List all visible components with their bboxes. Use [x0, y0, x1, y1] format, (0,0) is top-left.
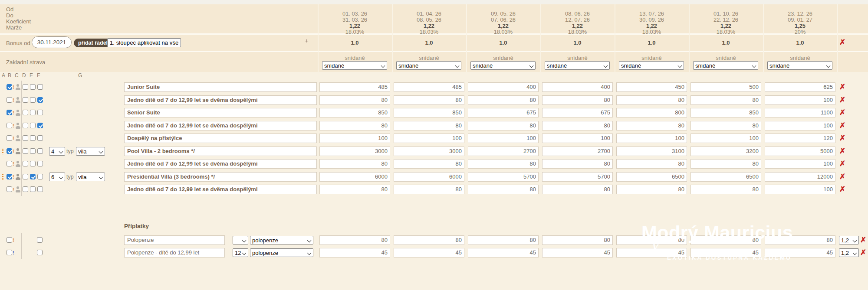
bonus-date-input[interactable]: 30.11.2021	[32, 36, 72, 48]
surcharge-count-select[interactable]: 12	[233, 248, 248, 257]
price-input[interactable]: 5000	[765, 147, 835, 156]
price-input[interactable]: 675	[542, 108, 613, 117]
meal-select[interactable]: snídaně	[545, 61, 610, 70]
apply-first-column-button[interactable]: 1. sloupec aplikovat na vše	[107, 38, 181, 47]
price-input[interactable]: 80	[616, 121, 687, 130]
price-input[interactable]: 80	[542, 121, 613, 130]
surcharge-price-input[interactable]: 80	[468, 235, 539, 245]
price-input[interactable]: 80	[690, 185, 761, 194]
flag-e-checkbox[interactable]	[30, 110, 36, 115]
price-input[interactable]: 12000	[765, 172, 835, 182]
price-input[interactable]: 1100	[765, 108, 835, 117]
price-input[interactable]: 80	[542, 159, 613, 169]
price-input[interactable]: 100	[765, 159, 835, 169]
delete-row-icon[interactable]: ✗	[839, 83, 845, 91]
price-input[interactable]: 80	[319, 121, 390, 130]
surcharge-price-input[interactable]: 45	[394, 248, 464, 257]
surcharge-name-field[interactable]: Polopenze - dítě do 12,99 let	[124, 248, 225, 257]
flag-b-checkbox[interactable]	[7, 84, 12, 90]
price-input[interactable]: 6500	[616, 172, 687, 182]
price-input[interactable]: 400	[542, 82, 613, 92]
flag-e-checkbox[interactable]	[30, 148, 36, 154]
meal-select[interactable]: snídaně	[396, 61, 461, 70]
flag-e-checkbox[interactable]	[30, 123, 36, 128]
flag-f-checkbox[interactable]	[37, 161, 43, 166]
delete-row-icon[interactable]: ✗	[839, 121, 845, 130]
flag-e-checkbox[interactable]	[30, 135, 36, 141]
surcharge-factor-select[interactable]: 1,2	[839, 248, 859, 257]
price-input[interactable]: 80	[394, 95, 464, 105]
capacity-select[interactable]: 4	[49, 147, 65, 156]
price-input[interactable]: 3000	[394, 147, 464, 156]
flag-f-checkbox[interactable]	[37, 174, 43, 179]
flag-b-checkbox[interactable]	[7, 148, 12, 154]
surcharge-price-input[interactable]: 45	[468, 248, 539, 257]
price-input[interactable]: 100	[468, 134, 539, 143]
meal-select[interactable]: snídaně	[767, 61, 832, 70]
price-input[interactable]: 6000	[394, 172, 464, 182]
price-input[interactable]: 100	[542, 134, 613, 143]
room-name-field[interactable]: Senior Suite	[124, 108, 317, 117]
drag-handle-icon[interactable]	[2, 149, 3, 154]
flag-d-checkbox[interactable]	[23, 148, 28, 154]
flag-f-checkbox[interactable]	[37, 237, 43, 243]
surcharge-meal-select[interactable]: polopenze	[250, 248, 313, 257]
price-input[interactable]: 6500	[690, 172, 761, 182]
meal-select[interactable]: snídaně	[619, 61, 684, 70]
price-input[interactable]: 3100	[616, 147, 687, 156]
room-name-field[interactable]: Jedno dítě od 7 do 12,99 let se dvěma do…	[124, 121, 317, 130]
meal-select[interactable]: snídaně	[470, 61, 536, 70]
flag-b-checkbox[interactable]	[7, 237, 12, 243]
surcharge-price-input[interactable]: 45	[542, 248, 613, 257]
price-input[interactable]: 2700	[468, 147, 539, 156]
room-name-field[interactable]: Presidential Villa (3 bedrooms) */	[124, 172, 317, 182]
price-input[interactable]: 80	[468, 121, 539, 130]
price-input[interactable]: 5700	[542, 172, 613, 182]
price-input[interactable]: 850	[690, 108, 761, 117]
delete-row-icon[interactable]: ✗	[860, 236, 866, 244]
capacity-select[interactable]: 6	[49, 173, 65, 181]
room-name-field[interactable]: Dospělý na přistýlce	[124, 134, 317, 143]
flag-f-checkbox[interactable]	[37, 250, 43, 255]
price-input[interactable]: 100	[394, 134, 464, 143]
flag-e-checkbox[interactable]	[30, 97, 36, 103]
price-input[interactable]: 100	[765, 185, 835, 194]
meal-select[interactable]: snídaně	[322, 61, 387, 70]
surcharge-name-field[interactable]: Polopenze	[124, 235, 225, 245]
price-input[interactable]: 485	[394, 82, 464, 92]
flag-e-checkbox[interactable]	[30, 174, 36, 179]
flag-f-checkbox[interactable]	[37, 123, 43, 128]
delete-row-icon[interactable]: ✗	[839, 134, 845, 143]
surcharge-price-input[interactable]: 80	[319, 235, 390, 245]
flag-b-checkbox[interactable]	[7, 110, 12, 115]
room-name-field[interactable]: Pool Villa - 2 bedrooms */	[124, 147, 317, 156]
flag-f-checkbox[interactable]	[37, 186, 43, 192]
price-input[interactable]: 100	[690, 134, 761, 143]
delete-bonus-row-icon[interactable]: ✗	[839, 38, 845, 47]
delete-row-icon[interactable]: ✗	[839, 185, 845, 194]
flag-f-checkbox[interactable]	[37, 97, 43, 103]
price-input[interactable]: 80	[616, 159, 687, 169]
price-input[interactable]: 80	[690, 121, 761, 130]
price-input[interactable]: 625	[765, 82, 835, 92]
price-input[interactable]: 80	[319, 185, 390, 194]
price-input[interactable]: 675	[468, 108, 539, 117]
price-input[interactable]: 80	[394, 185, 464, 194]
delete-row-icon[interactable]: ✗	[839, 147, 845, 156]
flag-e-checkbox[interactable]	[30, 161, 36, 166]
flag-b-checkbox[interactable]	[7, 97, 12, 103]
price-input[interactable]: 400	[468, 82, 539, 92]
price-input[interactable]: 100	[616, 134, 687, 143]
flag-e-checkbox[interactable]	[30, 84, 36, 90]
price-input[interactable]: 80	[468, 185, 539, 194]
flag-d-checkbox[interactable]	[23, 110, 28, 115]
price-input[interactable]: 800	[616, 108, 687, 117]
surcharge-count-select[interactable]	[233, 236, 248, 244]
add-column-icon[interactable]: +	[305, 37, 309, 44]
price-input[interactable]: 500	[690, 82, 761, 92]
delete-row-icon[interactable]: ✗	[839, 160, 845, 168]
room-type-select[interactable]: vila	[76, 173, 105, 181]
price-input[interactable]: 6000	[319, 172, 390, 182]
price-input[interactable]: 80	[542, 95, 613, 105]
flag-d-checkbox[interactable]	[23, 135, 28, 141]
